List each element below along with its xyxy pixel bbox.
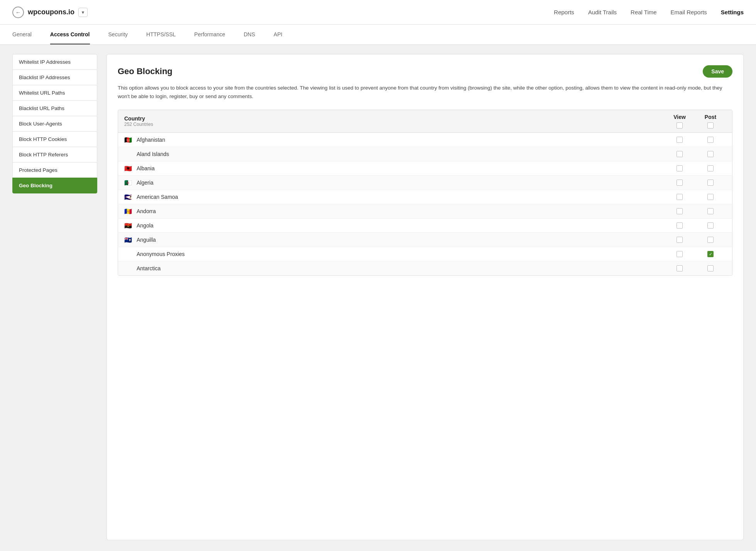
country-name: American Samoa (137, 194, 178, 200)
table-header-post: Post (695, 114, 726, 129)
post-checkbox-cell (695, 265, 726, 271)
view-checkbox[interactable] (677, 194, 683, 200)
nav-link-settings[interactable]: Settings (721, 9, 744, 15)
settings-tabs: General Access Control Security HTTPS/SS… (0, 25, 756, 45)
country-cell: Antarctica (124, 265, 664, 271)
sidebar-item-block-http-referers[interactable]: Block HTTP Referers (12, 147, 97, 163)
save-button[interactable]: Save (703, 65, 732, 78)
country-name: Angola (137, 222, 154, 229)
tab-performance[interactable]: Performance (194, 25, 225, 44)
table-row: 🇦🇱 Albania (118, 161, 732, 176)
view-checkbox[interactable] (677, 137, 683, 143)
nav-link-audit-trails[interactable]: Audit Trails (588, 9, 617, 15)
view-checkbox-cell (664, 151, 695, 157)
view-checkbox[interactable] (677, 180, 683, 186)
tab-general[interactable]: General (12, 25, 32, 44)
tab-https-ssl[interactable]: HTTPS/SSL (146, 25, 176, 44)
main-layout: Whitelist IP Addresses Blacklist IP Addr… (0, 45, 756, 549)
view-checkbox[interactable] (677, 165, 683, 171)
country-cell: Aland Islands (124, 151, 664, 157)
post-checkbox-cell: ✓ (695, 251, 726, 257)
post-checkbox[interactable] (707, 222, 714, 229)
post-checkbox[interactable] (707, 137, 714, 143)
country-name: Anonymous Proxies (137, 251, 185, 257)
view-checkbox[interactable] (677, 251, 683, 257)
flag-icon: 🇦🇩 (124, 209, 133, 214)
view-checkbox-cell (664, 180, 695, 186)
country-cell: 🇩🇿 Algeria (124, 180, 664, 186)
view-checkbox-cell (664, 165, 695, 171)
view-checkbox[interactable] (677, 237, 683, 243)
brand-dropdown-button[interactable]: ▼ (78, 8, 88, 17)
tab-access-control[interactable]: Access Control (50, 25, 90, 44)
view-checkbox-cell (664, 194, 695, 200)
post-checkbox-cell (695, 237, 726, 243)
geo-blocking-content: Geo Blocking Save This option allows you… (107, 54, 744, 540)
flag-icon: 🇦🇮 (124, 237, 133, 243)
tab-dns[interactable]: DNS (244, 25, 255, 44)
view-checkbox-cell (664, 265, 695, 271)
nav-link-reports[interactable]: Reports (554, 9, 574, 15)
table-row: Antarctica (118, 261, 732, 275)
country-cell: 🇦🇫 Afghanistan (124, 137, 664, 143)
country-cell: 🇦🇴 Angola (124, 222, 664, 229)
tab-api[interactable]: API (274, 25, 282, 44)
view-checkbox[interactable] (677, 151, 683, 157)
post-checkbox-cell (695, 137, 726, 143)
table-header-country: Country 252 Countries (124, 115, 664, 127)
sidebar: Whitelist IP Addresses Blacklist IP Addr… (12, 54, 97, 540)
flag-icon: 🇦🇱 (124, 166, 133, 171)
table-row: 🇦🇴 Angola (118, 219, 732, 233)
table-row: 🇩🇿 Algeria (118, 176, 732, 190)
brand-name: wpcoupons.io (28, 8, 74, 16)
back-button[interactable]: ← (12, 7, 24, 18)
post-checkbox[interactable] (707, 180, 714, 186)
country-cell: 🇦🇩 Andorra (124, 208, 664, 214)
sidebar-item-blacklist-ip[interactable]: Blacklist IP Addresses (12, 70, 97, 85)
view-checkbox-cell (664, 251, 695, 257)
post-checkbox[interactable] (707, 237, 714, 243)
post-checkbox[interactable] (707, 151, 714, 157)
flag-icon: 🇩🇿 (124, 180, 133, 186)
sidebar-item-blacklist-url[interactable]: Blacklist URL Paths (12, 100, 97, 116)
flag-icon: 🇦🇸 (124, 194, 133, 200)
post-checkbox-cell (695, 180, 726, 186)
post-all-checkbox[interactable] (707, 122, 714, 129)
nav-link-email-reports[interactable]: Email Reports (671, 9, 707, 15)
post-checkbox[interactable] (707, 194, 714, 200)
post-checkbox-cell (695, 151, 726, 157)
sidebar-item-whitelist-url[interactable]: Whitelist URL Paths (12, 85, 97, 101)
country-name: Anguilla (137, 237, 156, 243)
post-checkbox[interactable] (707, 265, 714, 271)
view-checkbox[interactable] (677, 208, 683, 214)
country-name: Afghanistan (137, 137, 165, 143)
post-checkbox[interactable]: ✓ (707, 251, 714, 257)
view-checkbox-cell (664, 137, 695, 143)
sidebar-item-block-user-agents[interactable]: Block User-Agents (12, 116, 97, 132)
country-name: Albania (137, 165, 155, 171)
sidebar-item-protected-pages[interactable]: Protected Pages (12, 162, 97, 178)
post-checkbox-cell (695, 222, 726, 229)
post-checkbox[interactable] (707, 165, 714, 171)
tab-security[interactable]: Security (108, 25, 128, 44)
country-name: Antarctica (137, 265, 161, 271)
table-row: Anonymous Proxies ✓ (118, 247, 732, 261)
table-header-view: View (664, 114, 695, 129)
post-checkbox-cell (695, 194, 726, 200)
view-checkbox[interactable] (677, 265, 683, 271)
table-row: Aland Islands (118, 147, 732, 161)
sidebar-item-block-http-cookies[interactable]: Block HTTP Cookies (12, 131, 97, 147)
page-title: Geo Blocking (118, 66, 173, 76)
view-all-checkbox[interactable] (677, 122, 683, 129)
view-checkbox[interactable] (677, 222, 683, 229)
sidebar-item-whitelist-ip[interactable]: Whitelist IP Addresses (12, 54, 97, 70)
nav-link-real-time[interactable]: Real Time (631, 9, 657, 15)
post-checkbox-cell (695, 208, 726, 214)
sidebar-item-geo-blocking[interactable]: Geo Blocking (12, 178, 97, 193)
country-table: Country 252 Countries View Post (118, 110, 732, 276)
geo-blocking-description: This option allows you to block access t… (118, 84, 732, 100)
table-header: Country 252 Countries View Post (118, 110, 732, 133)
country-cell: 🇦🇸 American Samoa (124, 194, 664, 200)
top-nav-links: Reports Audit Trails Real Time Email Rep… (554, 9, 744, 15)
post-checkbox[interactable] (707, 208, 714, 214)
